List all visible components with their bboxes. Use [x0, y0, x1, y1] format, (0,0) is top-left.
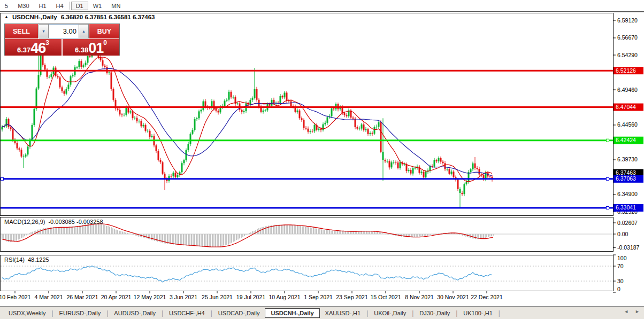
- volume-decrease-button[interactable]: ▼: [39, 24, 49, 38]
- tab-xauusd-h1[interactable]: XAUUSD-,H1: [320, 308, 366, 318]
- macd-bar: [335, 231, 336, 234]
- line-handle[interactable]: [607, 139, 609, 142]
- macd-bar: [461, 234, 462, 235]
- timeframe-m30[interactable]: M30: [13, 2, 34, 10]
- candle: [147, 131, 149, 131]
- tab-ukoil-daily[interactable]: UKOil-,Daily: [369, 308, 411, 318]
- candle: [6, 119, 7, 126]
- candle: [376, 127, 378, 127]
- candle: [102, 60, 104, 66]
- one-click-trade-panel: SELL ▼ ▲ BUY 6.37 46 3 6.38 01 0: [4, 24, 120, 56]
- macd-bar: [127, 233, 128, 234]
- macd-bar: [201, 234, 202, 246]
- macd-bar: [18, 234, 19, 239]
- macd-bar: [236, 234, 237, 240]
- macd-bar: [132, 234, 133, 235]
- sell-button[interactable]: SELL: [5, 24, 39, 38]
- buy-button[interactable]: BUY: [89, 24, 119, 38]
- timeframe-d1[interactable]: D1: [71, 2, 88, 10]
- candle: [23, 157, 25, 157]
- macd-bar: [2, 234, 3, 239]
- candle: [436, 160, 438, 161]
- tab-dj30-daily[interactable]: DJ30-,Daily: [414, 308, 455, 318]
- candle: [79, 61, 80, 67]
- candle: [462, 193, 463, 194]
- macd-bar: [488, 234, 489, 237]
- macd-bar: [95, 223, 96, 234]
- timeframe-h1[interactable]: H1: [34, 2, 51, 10]
- macd-bar: [226, 234, 227, 245]
- timeframe-w1[interactable]: W1: [88, 2, 107, 10]
- timeframe-h4[interactable]: H4: [51, 2, 68, 10]
- candle: [308, 129, 309, 132]
- timeframe-5[interactable]: 5: [0, 2, 13, 10]
- date-axis-label: 1 Sep 2021: [304, 294, 333, 300]
- candle: [203, 102, 204, 110]
- tab-eurusd-daily[interactable]: EURUSD-,Daily: [54, 308, 106, 318]
- macd-bar: [416, 234, 417, 237]
- candle: [2, 127, 3, 129]
- volume-increase-button[interactable]: ▲: [79, 24, 89, 38]
- candle: [374, 127, 375, 134]
- collapse-panel-icon[interactable]: ▲: [4, 14, 9, 19]
- candle: [385, 160, 386, 161]
- line-price-label: 6.37063: [616, 175, 636, 182]
- sell-price-sup: 3: [45, 40, 49, 46]
- sell-price-button[interactable]: 6.37 46 3: [5, 39, 63, 56]
- timeframe-mn[interactable]: MN: [106, 2, 125, 10]
- macd-bar: [194, 234, 195, 246]
- tab-usdcnh-daily[interactable]: USDCNH-,Daily: [265, 308, 319, 318]
- macd-bar: [340, 231, 341, 234]
- macd-bar: [481, 234, 482, 239]
- moving-averages: [2, 57, 492, 182]
- chart-ohlc-values: 6.36820 6.37851 6.36581 6.37463: [61, 14, 155, 20]
- candle: [312, 131, 313, 131]
- macd-bar: [302, 226, 303, 234]
- ma-fast-line: [2, 57, 492, 182]
- candle: [119, 110, 121, 115]
- line-handle[interactable]: [607, 177, 609, 180]
- candle: [286, 92, 288, 100]
- tab-scroll-left-icon[interactable]: ◄: [624, 309, 628, 314]
- macd-bar: [324, 230, 325, 234]
- candle: [477, 168, 478, 169]
- date-axis-label: 23 Sep 2021: [336, 294, 368, 300]
- candle: [151, 136, 153, 137]
- macd-bar: [19, 234, 20, 239]
- candle: [141, 121, 142, 126]
- candle: [62, 87, 63, 91]
- macd-bar: [228, 234, 229, 245]
- candle: [447, 169, 448, 169]
- rsi-line: [2, 266, 492, 282]
- tab-scroll-right-icon[interactable]: ►: [635, 309, 640, 314]
- macd-bar: [334, 231, 335, 234]
- tab-usdchf-h4[interactable]: USDCHF-,H4: [164, 308, 210, 318]
- macd-bar: [428, 234, 430, 235]
- macd-bar: [262, 227, 263, 234]
- tab-usdcad-daily[interactable]: USDCAD-,Daily: [213, 308, 265, 318]
- macd-bar: [326, 230, 327, 234]
- macd-bar: [424, 234, 425, 236]
- macd-bar: [242, 234, 243, 237]
- line-handle[interactable]: [1, 177, 4, 180]
- candle: [331, 108, 333, 116]
- rsi-axis-tick: 70: [617, 263, 624, 269]
- candle: [124, 115, 125, 115]
- candle: [357, 127, 358, 129]
- macd-bar: [109, 227, 110, 234]
- candle: [70, 76, 72, 85]
- macd-bar: [459, 234, 460, 235]
- buy-price-button[interactable]: 6.38 01 0: [63, 39, 119, 56]
- macd-bar: [298, 226, 300, 234]
- tab-usdx-weekly[interactable]: USDX,Weekly: [3, 308, 51, 318]
- tab-audusd-daily[interactable]: AUDUSD-,Daily: [109, 308, 161, 318]
- buy-price-big: 01: [88, 42, 103, 55]
- candle: [66, 89, 67, 94]
- macd-bar: [342, 231, 343, 234]
- line-handle[interactable]: [607, 206, 609, 209]
- tab-uk100-h1[interactable]: UK100-,H1: [458, 308, 497, 318]
- candle: [36, 89, 37, 109]
- rsi-indicator-label: RSI(14) 48.1225: [4, 256, 49, 263]
- macd-bar: [152, 234, 154, 240]
- volume-input[interactable]: [49, 25, 79, 38]
